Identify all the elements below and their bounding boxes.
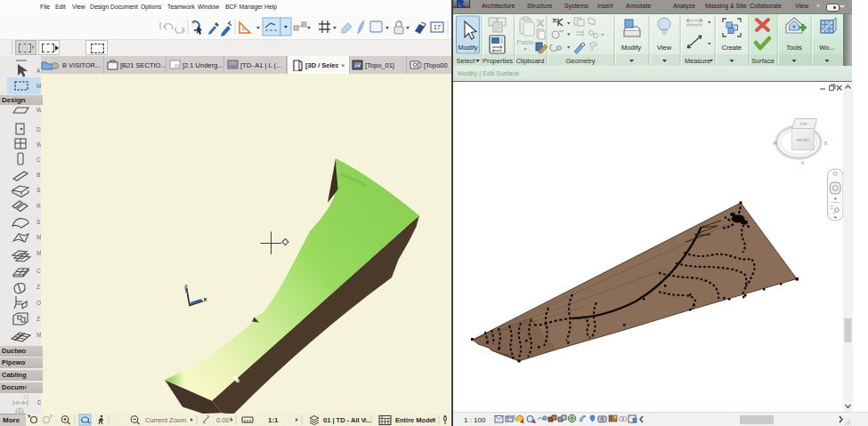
svg-text:View: View [657, 44, 672, 52]
svg-text:Clipboard: Clipboard [515, 57, 544, 65]
svg-text:W: W [37, 141, 41, 148]
svg-text:Modify: Modify [621, 44, 641, 52]
svg-text:01 | TD - All V...: 01 | TD - All V... [323, 416, 370, 424]
svg-text:M: M [37, 332, 41, 338]
svg-text:M: M [37, 83, 41, 89]
svg-text:D: D [37, 399, 41, 406]
svg-text:Wo...: Wo... [819, 44, 834, 52]
svg-text:Paste: Paste [516, 38, 533, 46]
svg-text:TOP: TOP [799, 122, 807, 126]
svg-text:C: C [37, 268, 41, 274]
svg-text:W: W [773, 141, 778, 146]
svg-text:Z: Z [37, 316, 40, 322]
svg-text:S: S [37, 219, 41, 225]
svg-text:Entire Model: Entire Model [395, 416, 435, 424]
svg-text:M: M [37, 234, 41, 240]
svg-text:Tools: Tools [786, 44, 802, 52]
svg-text:Surface: Surface [751, 57, 775, 65]
svg-text:Select: Select [457, 57, 476, 65]
svg-text:1 : 100: 1 : 100 [464, 416, 486, 424]
svg-text:R: R [37, 203, 41, 209]
svg-text:1:1: 1:1 [268, 416, 279, 424]
svg-text:Measure: Measure [685, 57, 710, 65]
svg-text:Create: Create [722, 44, 742, 52]
svg-text:17: 17 [434, 24, 441, 30]
svg-text:B: B [37, 172, 40, 178]
svg-text:S: S [37, 187, 41, 193]
svg-text:E: E [824, 141, 828, 146]
svg-text:M: M [37, 250, 41, 256]
svg-text:D: D [37, 126, 41, 133]
svg-text:Current Zoom: Current Zoom [145, 416, 186, 424]
svg-text:Z: Z [37, 284, 40, 290]
svg-text:C: C [37, 157, 41, 163]
svg-text:FRONT: FRONT [797, 138, 810, 142]
svg-text:0.00°: 0.00° [216, 416, 232, 424]
svg-text:Properties: Properties [483, 57, 513, 65]
svg-text:S: S [801, 160, 804, 165]
svg-text:Geometry: Geometry [566, 57, 596, 65]
svg-text:O: O [37, 300, 41, 306]
svg-text:1.0: 1.0 [23, 395, 29, 399]
svg-text:W: W [37, 107, 41, 113]
svg-text:Modify: Modify [458, 44, 477, 52]
svg-text:A: A [37, 68, 41, 74]
